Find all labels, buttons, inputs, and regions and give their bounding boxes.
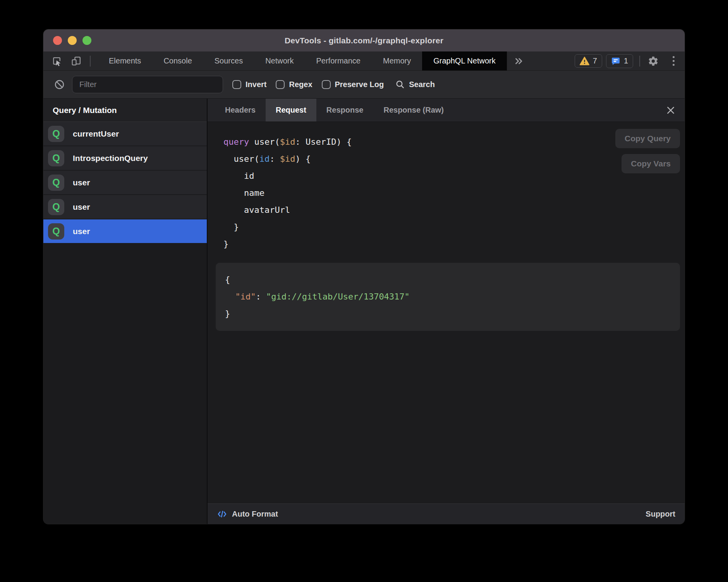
query-list: QcurrentUserQIntrospectionQueryQuserQuse…	[43, 122, 207, 524]
copy-query-button[interactable]: Copy Query	[615, 129, 680, 148]
zoom-window-button[interactable]	[82, 36, 91, 45]
query-name: IntrospectionQuery	[73, 154, 148, 163]
tab-elements[interactable]: Elements	[98, 51, 152, 70]
query-variables-code: { "id": "gid://gitlab/User/13704317"}	[225, 271, 671, 322]
code-line: {	[225, 271, 671, 288]
clear-filter-icon[interactable]	[53, 78, 66, 91]
tab-console[interactable]: Console	[152, 51, 203, 70]
settings-gear-icon[interactable]	[646, 54, 660, 68]
search-icon	[395, 80, 405, 89]
regex-label: Regex	[289, 80, 312, 89]
request-body: Copy Query Copy Vars query user($id: Use…	[208, 122, 685, 503]
devtools-tabbar: ElementsConsoleSourcesNetworkPerformance…	[43, 51, 685, 71]
copy-vars-button[interactable]: Copy Vars	[622, 154, 680, 173]
request-detail-panel: HeadersRequestResponseResponse (Raw) Cop…	[208, 99, 685, 524]
detail-tabbar: HeadersRequestResponseResponse (Raw)	[208, 99, 685, 122]
issues-badge[interactable]: 1	[606, 54, 633, 68]
query-list-panel: Query / Mutation QcurrentUserQIntrospect…	[43, 99, 208, 524]
query-type-badge: Q	[48, 175, 64, 191]
regex-checkbox[interactable]	[276, 80, 285, 89]
checkbox-regex[interactable]: Regex	[276, 80, 312, 89]
code-line: }	[223, 219, 685, 236]
close-window-button[interactable]	[53, 36, 62, 45]
code-line: }	[223, 236, 685, 253]
minimize-window-button[interactable]	[68, 36, 77, 45]
query-type-badge: Q	[48, 150, 64, 166]
query-type-badge: Q	[48, 223, 64, 240]
tab-memory[interactable]: Memory	[372, 51, 422, 70]
code-brackets-icon	[217, 509, 227, 519]
graphql-query-code: query user($id: UserID) { user(id: $id) …	[208, 122, 685, 253]
message-icon	[611, 56, 620, 66]
invert-checkbox[interactable]	[232, 80, 241, 89]
traffic-lights	[53, 29, 91, 51]
toolbar-divider	[90, 56, 91, 67]
code-line: "id": "gid://gitlab/User/13704317"	[225, 288, 671, 305]
preserve-log-label: Preserve Log	[335, 80, 384, 89]
titlebar: DevTools - gitlab.com/-/graphql-explorer	[43, 29, 685, 51]
tab-network[interactable]: Network	[254, 51, 305, 70]
filter-input[interactable]	[72, 76, 223, 93]
query-name: user	[73, 202, 90, 212]
warning-icon	[580, 56, 589, 65]
tab-graphql-network[interactable]: GraphQL Network	[422, 51, 507, 70]
more-options-icon[interactable]	[670, 54, 677, 68]
query-list-item[interactable]: QIntrospectionQuery	[43, 146, 207, 170]
toolbar-divider	[639, 56, 640, 67]
query-variables-box: { "id": "gid://gitlab/User/13704317"}	[216, 263, 680, 331]
tab-performance[interactable]: Performance	[305, 51, 372, 70]
panel-tabs: ElementsConsoleSourcesNetworkPerformance…	[98, 51, 507, 70]
detail-footer: Auto Format Support	[208, 503, 685, 524]
query-list-header: Query / Mutation	[43, 99, 207, 122]
more-tabs-chevron-icon[interactable]	[507, 51, 531, 70]
detail-tab-response-raw[interactable]: Response (Raw)	[373, 99, 454, 122]
search-label: Search	[409, 80, 435, 89]
query-type-badge: Q	[48, 199, 64, 215]
query-name: currentUser	[73, 129, 119, 139]
preserve-log-checkbox[interactable]	[322, 80, 331, 89]
support-link[interactable]: Support	[646, 510, 675, 519]
warnings-count: 7	[593, 56, 597, 65]
device-toolbar-icon[interactable]	[69, 54, 83, 68]
issues-count: 1	[624, 56, 628, 65]
warnings-badge[interactable]: 7	[575, 54, 602, 68]
query-list-item[interactable]: Quser	[43, 219, 207, 243]
query-type-badge: Q	[48, 126, 64, 142]
query-list-item[interactable]: Quser	[43, 171, 207, 194]
devtools-window: DevTools - gitlab.com/-/graphql-explorer…	[43, 29, 685, 524]
code-line: name	[223, 185, 685, 202]
filter-bar: InvertRegexPreserve Log Search	[43, 71, 685, 99]
code-line: avatarUrl	[223, 202, 685, 219]
query-list-item[interactable]: QcurrentUser	[43, 122, 207, 146]
detail-tab-headers[interactable]: Headers	[215, 99, 266, 122]
tab-sources[interactable]: Sources	[203, 51, 254, 70]
detail-tab-response[interactable]: Response	[316, 99, 374, 122]
auto-format-button[interactable]: Auto Format	[217, 509, 278, 519]
auto-format-label: Auto Format	[232, 510, 278, 519]
search-button[interactable]: Search	[395, 80, 435, 89]
detail-tab-request[interactable]: Request	[266, 99, 316, 122]
window-title: DevTools - gitlab.com/-/graphql-explorer	[285, 36, 443, 45]
checkbox-preserve-log[interactable]: Preserve Log	[322, 80, 384, 89]
invert-label: Invert	[246, 80, 266, 89]
checkbox-invert[interactable]: Invert	[232, 80, 266, 89]
query-name: user	[73, 178, 90, 187]
query-name: user	[73, 227, 90, 236]
close-detail-icon[interactable]	[662, 99, 679, 122]
code-line: }	[225, 305, 671, 322]
inspect-element-icon[interactable]	[50, 54, 64, 68]
query-list-item[interactable]: Quser	[43, 195, 207, 219]
